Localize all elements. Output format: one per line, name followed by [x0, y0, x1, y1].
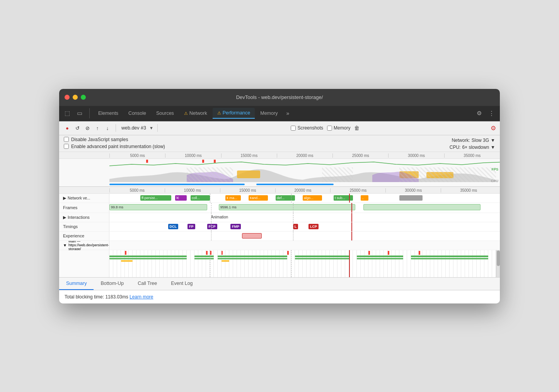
- network-expand-icon[interactable]: ▶: [63, 196, 66, 201]
- close-button[interactable]: [65, 95, 70, 100]
- stop-button[interactable]: ⊘: [83, 124, 92, 132]
- flame-bars-area: [59, 250, 500, 277]
- learn-more-link[interactable]: Learn more: [130, 294, 153, 300]
- flamechart: 5000 ms 10000 ms 15000 ms 20000 ms 25000…: [59, 187, 500, 278]
- ruler-mark-35000: 35000 ms: [444, 153, 500, 158]
- ruler2-15000: 15000 ms: [220, 188, 275, 193]
- network-value: Slow 3G: [472, 138, 489, 143]
- experience-content: [109, 232, 500, 240]
- cpu-dropdown-icon[interactable]: ▼: [491, 145, 495, 150]
- net-item-def: def...: [276, 195, 295, 201]
- network-row: ▶ Network ve... ff-persist... l€ coll...…: [59, 194, 500, 203]
- disable-js-checkbox[interactable]: [64, 137, 69, 142]
- toolbar-divider-1: [116, 124, 116, 132]
- download-button[interactable]: ↓: [103, 124, 112, 132]
- inspect-icon[interactable]: ⬚: [62, 108, 72, 118]
- more-options-icon[interactable]: ⋮: [486, 108, 497, 118]
- settings-icon[interactable]: ⚙: [474, 108, 484, 118]
- cpu-throttle: CPU: 6× slowdown ▼: [450, 145, 495, 150]
- network-row-label[interactable]: ▶ Network ve...: [59, 194, 109, 203]
- profile-selector[interactable]: web.dev #3: [121, 125, 146, 131]
- net-item-l: l€: [175, 195, 187, 201]
- cpu-value: 6× slowdown: [462, 145, 489, 150]
- profile-dropdown-icon[interactable]: ▼: [149, 126, 153, 130]
- device-icon[interactable]: ▭: [75, 108, 85, 118]
- tab-memory[interactable]: Memory: [256, 108, 282, 118]
- performance-warning-icon: ⚠: [217, 111, 221, 116]
- animation-label: Animation: [211, 215, 228, 219]
- flamechart-ruler: 5000 ms 10000 ms 15000 ms 20000 ms 25000…: [59, 187, 500, 194]
- tab-sources[interactable]: Sources: [152, 108, 179, 118]
- scrollbar-thumb[interactable]: [497, 251, 500, 266]
- more-tabs-button[interactable]: »: [283, 109, 292, 118]
- net-item-grey: [399, 195, 423, 201]
- tab-right-controls: ⚙ ⋮: [474, 108, 497, 118]
- ruler2-25000: 25000 ms: [330, 188, 385, 193]
- settings-right: Network: Slow 3G ▼ CPU: 6× slowdown ▼: [450, 137, 495, 150]
- timeline-overview[interactable]: 5000 ms 10000 ms 15000 ms 20000 ms 25000…: [59, 152, 500, 187]
- svg-rect-0: [237, 170, 260, 178]
- upload-button[interactable]: ↑: [93, 124, 102, 132]
- ruler-mark-20000: 20000 ms: [277, 153, 332, 158]
- clear-button[interactable]: 🗑: [354, 125, 360, 131]
- window-title: DevTools - web.dev/persistent-storage/: [236, 94, 323, 100]
- toolbar-right: Screenshots Memory 🗑: [291, 125, 360, 131]
- network-dropdown-icon[interactable]: ▼: [491, 138, 495, 143]
- ruler2-5000: 5000 ms: [109, 188, 165, 193]
- tab-event-log[interactable]: Event Log: [164, 278, 199, 290]
- net-item-algo: algo...: [303, 195, 322, 201]
- interactions-label[interactable]: ▶ Interactions: [59, 213, 109, 222]
- tab-performance[interactable]: ⚠ Performance: [213, 108, 255, 119]
- scrollbar-flame[interactable]: [496, 250, 500, 277]
- timings-content: DCL FP FCP FMP L LCP: [109, 222, 500, 231]
- statusbar: Total blocking time: 1183.03ms Learn mor…: [59, 290, 500, 303]
- bottom-tabs: Summary Bottom-Up Call Tree Event Log: [59, 278, 500, 290]
- tab-call-tree[interactable]: Call Tree: [131, 278, 164, 290]
- frame-block-2: 9596.1 ms: [219, 204, 356, 210]
- memory-checkbox[interactable]: Memory: [327, 125, 350, 131]
- settingsbar: Disable JavaScript samples Enable advanc…: [59, 135, 500, 152]
- experience-block: [242, 233, 262, 239]
- toolbar-divider-2: [157, 124, 158, 132]
- experience-label: Experience: [59, 232, 109, 240]
- blocking-time-text: Total blocking time: 1183.03ms: [65, 294, 128, 300]
- paint-checkbox[interactable]: [64, 144, 69, 149]
- frames-content: 99.8 ms 9596.1 ms: [109, 203, 500, 213]
- tab-icons: ⬚ ▭: [62, 108, 90, 118]
- timeline-ruler: 5000 ms 10000 ms 15000 ms 20000 ms 25000…: [59, 152, 500, 159]
- interactions-expand-icon[interactable]: ▶: [63, 215, 66, 220]
- timeline-graph: FPS CPU NET: [59, 159, 500, 187]
- tab-bottom-up[interactable]: Bottom-Up: [94, 278, 131, 290]
- flame-bars-content[interactable]: [109, 250, 496, 277]
- timing-lcp: LCP: [308, 224, 319, 229]
- toolbar: ● ↺ ⊘ ↑ ↓ web.dev #3 ▼ Screenshots Memor…: [59, 121, 500, 135]
- performance-settings-icon[interactable]: ⚙: [491, 125, 496, 131]
- ruler-mark-15000: 15000 ms: [221, 153, 277, 158]
- ruler-mark-5000: 5000 ms: [109, 153, 165, 158]
- tab-elements[interactable]: Elements: [94, 108, 123, 118]
- tab-summary[interactable]: Summary: [59, 278, 94, 290]
- frames-label: Frames: [59, 203, 109, 213]
- fps-label: FPS: [491, 167, 498, 171]
- record-button[interactable]: ●: [63, 124, 72, 132]
- interactions-row: ▶ Interactions Animation: [59, 213, 500, 222]
- reload-button[interactable]: ↺: [73, 124, 82, 132]
- tabbar: ⬚ ▭ Elements Console Sources ⚠ Network ⚠…: [59, 106, 500, 121]
- net-item-and: ¢and...: [249, 195, 268, 201]
- timings-row: Timings DCL FP FCP FMP L LCP: [59, 222, 500, 232]
- titlebar: DevTools - web.dev/persistent-storage/: [59, 89, 500, 106]
- ruler2-30000: 30000 ms: [385, 188, 441, 193]
- screenshots-checkbox[interactable]: Screenshots: [291, 125, 323, 131]
- tab-network[interactable]: ⚠ Network: [179, 108, 212, 118]
- cpu-label: CPU: [491, 179, 498, 183]
- net-item-ma: ¢ ma...: [225, 195, 241, 201]
- minimize-button[interactable]: [73, 95, 78, 100]
- maximize-button[interactable]: [81, 95, 86, 100]
- experience-row: Experience: [59, 232, 500, 241]
- disable-js-row: Disable JavaScript samples: [64, 137, 165, 142]
- tab-console[interactable]: Console: [124, 108, 151, 118]
- net-item-ff: ff-persist...: [140, 195, 171, 201]
- main-expand-icon[interactable]: ▼: [63, 243, 67, 247]
- network-warning-icon: ⚠: [184, 111, 188, 116]
- frame-block-1: 99.8 ms: [109, 204, 207, 210]
